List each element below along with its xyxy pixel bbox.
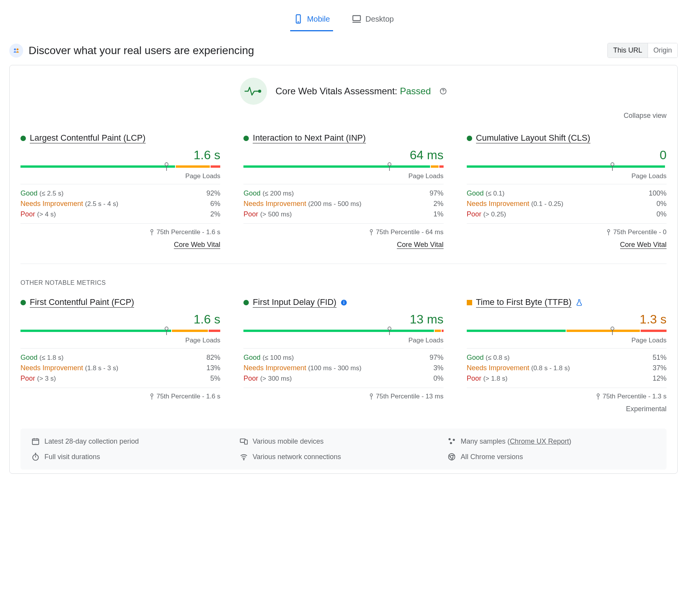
- metric-value-ttfb: 1.3 s: [467, 312, 667, 327]
- footer-chrome: All Chrome versions: [447, 453, 656, 461]
- svg-point-18: [611, 163, 614, 166]
- metric-ttfb: Time to First Byte (TTFB)1.3 sPage Loads…: [467, 297, 667, 413]
- page-loads-label: Page Loads: [467, 337, 667, 344]
- svg-point-4: [14, 48, 16, 50]
- percentile-marker: [388, 162, 391, 172]
- svg-point-5: [17, 48, 19, 50]
- metric-fcp: First Contentful Paint (FCP)1.6 sPage Lo…: [20, 297, 220, 413]
- metric-value-inp: 64 ms: [243, 148, 443, 162]
- assessment-text: Core Web Vitals Assessment: Passed: [275, 86, 431, 97]
- svg-point-35: [597, 394, 599, 396]
- footer-devices: Various mobile devices: [240, 437, 448, 446]
- samples-icon: [447, 437, 456, 446]
- metric-title-ttfb[interactable]: Time to First Byte (TTFB): [476, 297, 571, 308]
- p75-inp: 75th Percentile - 64 ms: [243, 228, 443, 236]
- flask-icon[interactable]: [575, 299, 583, 306]
- svg-point-16: [370, 230, 372, 232]
- experimental-label: Experimental: [626, 405, 667, 413]
- assessment-result: Passed: [400, 86, 431, 96]
- p75-fcp: 75th Percentile - 1.6 s: [20, 393, 220, 400]
- p75-lcp: 75th Percentile - 1.6 s: [20, 228, 220, 236]
- metric-fid: First Input Delay (FID)13 msPage LoadsGo…: [243, 297, 443, 413]
- svg-point-24: [151, 394, 153, 396]
- core-web-vital-link[interactable]: Core Web Vital: [397, 241, 443, 249]
- status-dot-good: [243, 300, 249, 305]
- svg-point-45: [450, 442, 452, 444]
- svg-point-31: [370, 394, 372, 396]
- svg-point-20: [607, 230, 610, 232]
- footer-samples: Many samples (Chrome UX Report): [447, 437, 656, 446]
- svg-point-33: [611, 327, 614, 330]
- device-tab-desktop-label: Desktop: [366, 15, 394, 24]
- scope-this-url-button[interactable]: This URL: [608, 43, 648, 58]
- footer-period: Latest 28-day collection period: [31, 437, 240, 446]
- svg-point-22: [165, 327, 168, 330]
- core-web-vital-link[interactable]: Core Web Vital: [174, 241, 220, 249]
- metric-cls: Cumulative Layout Shift (CLS)0Page Loads…: [467, 133, 667, 249]
- page-loads-label: Page Loads: [243, 337, 443, 344]
- desktop-icon: [352, 14, 362, 24]
- status-dot-good: [243, 136, 249, 141]
- svg-rect-2: [353, 15, 361, 20]
- metric-title-fcp[interactable]: First Contentful Paint (FCP): [30, 297, 134, 308]
- stopwatch-icon: [31, 453, 40, 461]
- calendar-icon: [31, 437, 40, 446]
- svg-point-28: [344, 301, 344, 301]
- page-loads-label: Page Loads: [243, 172, 443, 180]
- other-metrics-label: OTHER NOTABLE METRICS: [20, 279, 667, 286]
- footer-durations: Full visit durations: [31, 453, 240, 461]
- svg-point-12: [151, 230, 153, 232]
- svg-rect-42: [244, 440, 247, 444]
- status-square-needs: [467, 300, 472, 305]
- p75-ttfb: 75th Percentile - 1.3 s: [467, 393, 667, 400]
- distribution-bar-inp: [243, 165, 443, 168]
- distribution-bar-fid: [243, 330, 443, 332]
- percentile-marker: [165, 327, 168, 337]
- chrome-icon: [447, 453, 456, 461]
- core-web-vital-link[interactable]: Core Web Vital: [620, 241, 667, 249]
- devices-icon: [240, 437, 248, 446]
- percentile-marker: [610, 327, 614, 337]
- distribution-bar-cls: [467, 165, 667, 168]
- svg-point-44: [453, 439, 455, 441]
- metric-title-fid[interactable]: First Input Delay (FID): [253, 297, 336, 308]
- collapse-view-link[interactable]: Collapse view: [20, 112, 667, 120]
- metric-value-fid: 13 ms: [243, 312, 443, 327]
- device-tab-desktop[interactable]: Desktop: [349, 9, 397, 31]
- svg-point-9: [443, 93, 443, 93]
- percentile-marker: [610, 162, 614, 172]
- svg-point-10: [165, 163, 168, 166]
- page-loads-label: Page Loads: [20, 337, 220, 344]
- svg-point-14: [388, 163, 391, 166]
- metric-lcp: Largest Contentful Paint (LCP)1.6 sPage …: [20, 133, 220, 249]
- percentile-marker: [165, 162, 168, 172]
- svg-point-43: [449, 438, 451, 441]
- info-icon[interactable]: [340, 299, 347, 306]
- distribution-bar-ttfb: [467, 330, 667, 332]
- pulse-icon: [240, 78, 267, 105]
- p75-fid: 75th Percentile - 13 ms: [243, 393, 443, 400]
- help-icon[interactable]: [439, 87, 447, 95]
- metric-title-inp[interactable]: Interaction to Next Paint (INP): [253, 133, 366, 143]
- metric-inp: Interaction to Next Paint (INP)64 msPage…: [243, 133, 443, 249]
- metric-title-cls[interactable]: Cumulative Layout Shift (CLS): [476, 133, 590, 143]
- metric-value-cls: 0: [467, 148, 667, 162]
- mobile-icon: [293, 14, 303, 24]
- distribution-bar-fcp: [20, 330, 220, 332]
- page-loads-label: Page Loads: [20, 172, 220, 180]
- scope-origin-button[interactable]: Origin: [648, 43, 677, 58]
- status-dot-good: [467, 136, 472, 141]
- p75-cls: 75th Percentile - 0: [467, 228, 667, 236]
- metric-value-fcp: 1.6 s: [20, 312, 220, 327]
- percentile-marker: [388, 327, 391, 337]
- device-tab-mobile[interactable]: Mobile: [290, 9, 333, 31]
- device-tab-mobile-label: Mobile: [307, 15, 330, 24]
- users-icon: [9, 44, 23, 58]
- chrome-ux-report-link[interactable]: Chrome UX Report: [510, 437, 569, 445]
- wifi-icon: [240, 453, 248, 461]
- svg-point-29: [388, 327, 391, 330]
- svg-rect-27: [344, 302, 344, 304]
- metric-title-lcp[interactable]: Largest Contentful Paint (LCP): [30, 133, 146, 143]
- svg-point-50: [243, 459, 244, 460]
- metric-value-lcp: 1.6 s: [20, 148, 220, 162]
